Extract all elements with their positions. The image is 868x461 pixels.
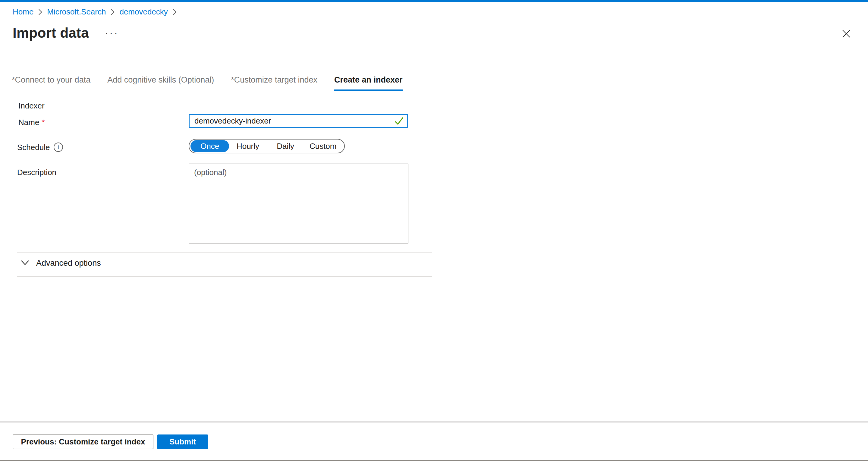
chevron-right-icon (111, 9, 115, 16)
divider (17, 252, 432, 253)
schedule-option-hourly[interactable]: Hourly (229, 142, 267, 151)
name-input[interactable] (189, 114, 408, 128)
submit-button[interactable]: Submit (157, 434, 208, 449)
schedule-option-daily[interactable]: Daily (267, 142, 304, 151)
required-asterisk: * (41, 118, 44, 127)
schedule-option-once[interactable]: Once (190, 140, 229, 152)
advanced-options-toggle[interactable]: Advanced options (21, 258, 101, 268)
description-label: Description (17, 168, 56, 177)
chevron-right-icon (38, 9, 42, 16)
chevron-down-icon (21, 260, 30, 267)
close-icon (841, 29, 851, 40)
close-button[interactable] (838, 27, 854, 42)
breadcrumb-link-home[interactable]: Home (13, 7, 33, 17)
schedule-toggle-group: Once Hourly Daily Custom (189, 139, 345, 153)
description-textarea[interactable] (189, 164, 408, 243)
schedule-label: Schedule (17, 143, 50, 152)
advanced-options-label: Advanced options (36, 258, 101, 268)
breadcrumb-link-demovedecky[interactable]: demovedecky (119, 7, 167, 17)
tab-customize-target-index[interactable]: *Customize target index (231, 75, 317, 91)
breadcrumb: Home Microsoft.Search demovedecky (13, 7, 177, 17)
tab-add-cognitive-skills[interactable]: Add cognitive skills (Optional) (107, 75, 214, 91)
top-accent-bar (0, 0, 868, 2)
tab-create-an-indexer[interactable]: Create an indexer (334, 75, 403, 91)
tab-connect-to-your-data[interactable]: *Connect to your data (12, 75, 90, 91)
name-field-wrapper (189, 114, 408, 128)
more-options-button[interactable]: ··· (103, 27, 121, 38)
previous-button[interactable]: Previous: Customize target index (13, 434, 153, 449)
page-title: Import data (13, 25, 89, 41)
breadcrumb-link-microsoft-search[interactable]: Microsoft.Search (47, 7, 106, 17)
section-title-indexer: Indexer (19, 101, 44, 111)
wizard-tabs: *Connect to your data Add cognitive skil… (12, 75, 403, 91)
divider (17, 276, 432, 277)
chevron-right-icon (173, 9, 177, 16)
name-label: Name* (19, 118, 44, 127)
footer-separator (0, 422, 868, 423)
schedule-option-custom[interactable]: Custom (304, 142, 342, 151)
name-label-text: Name (19, 118, 39, 127)
info-icon[interactable]: i (54, 143, 63, 152)
validation-check-icon (394, 116, 404, 127)
